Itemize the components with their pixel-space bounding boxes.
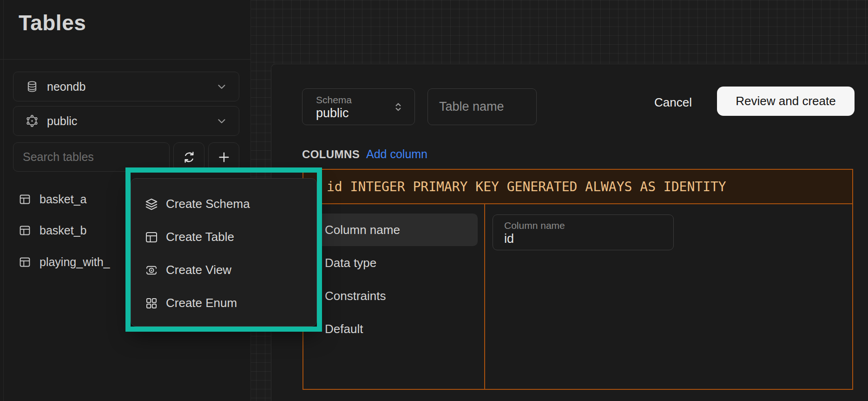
schema-icon: [26, 114, 39, 127]
menu-item-label: Create View: [166, 263, 231, 277]
sidebar-divider: [0, 59, 251, 60]
review-and-create-button[interactable]: Review and create: [717, 87, 855, 116]
refresh-icon: [182, 150, 196, 164]
database-select[interactable]: neondb: [13, 72, 239, 101]
table-name: basket_b: [39, 224, 86, 237]
menu-item-label: Create Table: [166, 230, 234, 244]
table-icon: [145, 230, 158, 244]
menu-item-create-view[interactable]: Create View: [131, 254, 316, 287]
column-definition-row[interactable]: id INTEGER PRIMARY KEY GENERATED ALWAYS …: [303, 170, 852, 204]
nav-item-data-type[interactable]: Data type: [309, 247, 478, 279]
page-title: Tables: [19, 10, 86, 35]
table-icon: [19, 193, 31, 206]
schema-select-value: public: [47, 114, 216, 128]
column-name-input[interactable]: Column name id: [493, 214, 674, 250]
refresh-button[interactable]: [173, 142, 204, 172]
menu-item-label: Create Enum: [166, 296, 237, 310]
app-window: Tables neondb: [0, 0, 868, 401]
window-edge-divider: [3, 0, 4, 401]
menu-item-create-table[interactable]: Create Table: [131, 221, 316, 254]
nav-item-column-name[interactable]: Column name: [309, 214, 478, 246]
add-table-button[interactable]: [208, 142, 239, 172]
schema-dropdown-label: Schema: [316, 94, 352, 106]
database-icon: [26, 80, 39, 93]
column-settings-nav: Column name Data type Constraints Defaul…: [303, 204, 485, 389]
table-icon: [19, 256, 31, 268]
create-table-panel: Schema public Cancel Review and create C…: [271, 64, 868, 401]
plus-icon: [217, 150, 231, 165]
table-name: playing_with_: [39, 255, 110, 269]
chevron-down-icon: [216, 80, 228, 93]
menu-item-create-schema[interactable]: Create Schema: [131, 187, 316, 221]
menu-item-create-enum[interactable]: Create Enum: [131, 287, 316, 320]
schema-dropdown[interactable]: Schema public: [302, 88, 415, 125]
nav-item-constraints[interactable]: Constraints: [309, 280, 478, 312]
schema-dropdown-value: public: [316, 106, 349, 120]
table-name: basket_a: [39, 193, 86, 206]
table-name-input[interactable]: [427, 88, 537, 125]
column-editor: id INTEGER PRIMARY KEY GENERATED ALWAYS …: [302, 169, 853, 390]
columns-section-header: COLUMNS: [302, 148, 360, 161]
table-icon: [19, 224, 31, 237]
view-icon: [145, 263, 158, 277]
nav-item-default[interactable]: Default: [309, 313, 478, 345]
add-column-link[interactable]: Add column: [366, 147, 427, 161]
stack-icon: [145, 197, 158, 211]
column-name-input-value: id: [504, 232, 514, 246]
schema-select[interactable]: public: [13, 106, 239, 136]
column-detail-panes: Column name Data type Constraints Defaul…: [303, 204, 852, 389]
column-settings-form: Column name id: [485, 204, 852, 389]
enum-icon: [145, 296, 158, 310]
menu-item-label: Create Schema: [166, 197, 250, 211]
column-name-input-label: Column name: [504, 220, 565, 231]
chevron-updown-icon: [392, 101, 404, 114]
database-select-value: neondb: [47, 80, 216, 94]
cancel-button[interactable]: Cancel: [646, 92, 700, 113]
search-input[interactable]: [13, 142, 170, 172]
chevron-down-icon: [216, 115, 228, 127]
create-menu-popup: Create Schema Create Table: [131, 178, 317, 327]
